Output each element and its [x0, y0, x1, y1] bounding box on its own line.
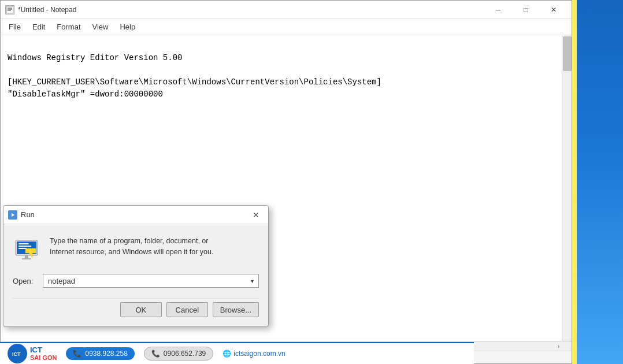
- phone1-icon: 📞: [73, 350, 81, 358]
- svg-rect-7: [6, 6, 13, 13]
- dropdown-arrow-icon: ▾: [251, 278, 254, 284]
- ict-logo-svg: ICT: [7, 343, 28, 364]
- website-text: ictsaigon.com.vn: [233, 350, 285, 358]
- globe-icon: 🌐: [222, 350, 231, 358]
- run-open-label: Open:: [13, 277, 37, 285]
- editor-line3: [HKEY_CURRENT_USER\Software\Microsoft\Wi…: [8, 77, 381, 87]
- run-browse-button[interactable]: Browse...: [213, 302, 259, 317]
- website-link[interactable]: 🌐 ictsaigon.com.vn: [222, 350, 285, 358]
- phone2-number: 0906.652.739: [164, 350, 206, 358]
- phone2-icon: 📞: [151, 350, 160, 358]
- run-close-button[interactable]: ✕: [249, 207, 264, 222]
- run-dialog-body: Type the name of a program, folder, docu…: [3, 224, 268, 326]
- run-description: Type the name of a program, folder, docu…: [50, 236, 213, 258]
- svg-rect-19: [22, 258, 31, 259]
- ict-saigon-text: SAI GON: [30, 354, 57, 361]
- menu-help[interactable]: Help: [114, 20, 141, 34]
- run-input-value: notepad: [48, 277, 75, 285]
- ict-footer: ICT ICT SAI GON 📞 0938.928.258 📞 0906.65…: [0, 342, 474, 364]
- menu-view[interactable]: View: [87, 20, 114, 34]
- run-desc-line2: Internet resource, and Windows will open…: [50, 248, 213, 256]
- run-dialog-icon: [8, 210, 17, 220]
- phone1-button[interactable]: 📞 0938.928.258: [66, 347, 134, 360]
- window-title: *Untitled - Notepad: [18, 6, 76, 14]
- run-ok-button[interactable]: OK: [120, 302, 162, 317]
- scrollbar-thumb: [563, 36, 572, 71]
- title-bar-left: *Untitled - Notepad: [5, 5, 76, 14]
- editor-line1: Windows Registry Editor Version 5.00: [8, 53, 182, 62]
- menu-file[interactable]: File: [3, 20, 27, 34]
- svg-text:ICT: ICT: [12, 351, 21, 357]
- run-open-input[interactable]: notepad ▾: [43, 274, 259, 288]
- run-open-row: Open: notepad ▾: [13, 274, 259, 288]
- phone2-button[interactable]: 📞 0906.652.739: [144, 347, 213, 361]
- title-bar: *Untitled - Notepad ─ □ ✕: [1, 1, 572, 19]
- svg-rect-16: [18, 246, 31, 247]
- close-button[interactable]: ✕: [540, 1, 567, 18]
- menu-edit[interactable]: Edit: [27, 20, 51, 34]
- svg-rect-15: [18, 243, 29, 244]
- editor-line4: "DisableTaskMgr" =dword:00000000: [8, 90, 163, 99]
- menu-bar: File Edit Format View Help: [1, 19, 572, 35]
- vertical-scrollbar[interactable]: [562, 35, 572, 341]
- run-title-left: Run: [8, 210, 35, 220]
- scroll-right-arrow[interactable]: ›: [556, 343, 561, 350]
- run-desc-line1: Type the name of a program, folder, docu…: [50, 237, 208, 245]
- run-big-icon: [13, 236, 40, 263]
- run-footer: OK Cancel Browse...: [13, 298, 259, 317]
- restore-button[interactable]: □: [513, 1, 539, 18]
- run-title-bar: Run ✕: [3, 206, 268, 224]
- run-cancel-button[interactable]: Cancel: [166, 302, 208, 317]
- phone1-number: 0938.928.258: [85, 350, 127, 358]
- ict-logo: ICT ICT SAI GON: [7, 343, 57, 364]
- menu-format[interactable]: Format: [51, 20, 86, 34]
- notepad-app-icon: [5, 5, 14, 14]
- ict-brand-text: ICT: [30, 346, 57, 354]
- run-dialog-title: Run: [21, 210, 35, 219]
- run-header-section: Type the name of a program, folder, docu…: [13, 236, 259, 263]
- run-dialog: Run ✕: [3, 205, 269, 327]
- minimize-button[interactable]: ─: [485, 1, 511, 18]
- title-bar-controls: ─ □ ✕: [485, 1, 567, 18]
- editor-content: Windows Registry Editor Version 5.00 [HK…: [1, 35, 572, 117]
- svg-rect-18: [25, 255, 28, 258]
